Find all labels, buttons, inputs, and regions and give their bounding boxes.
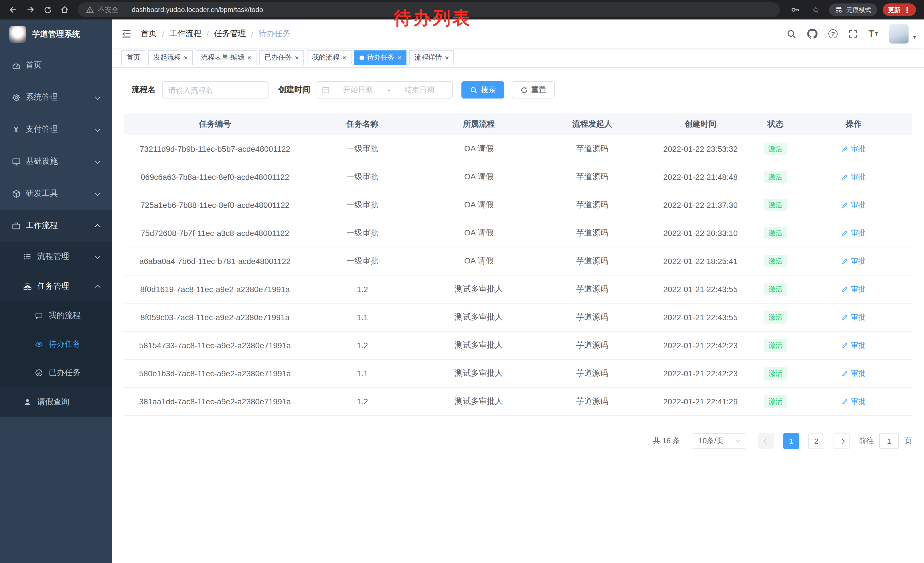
approve-button[interactable]: 审批 (842, 144, 866, 154)
table-row: a6aba0a4-7b6d-11ec-b781-acde48001122 一级审… (124, 248, 912, 275)
cell-starter: 芋道源码 (539, 360, 645, 387)
more-vert-icon[interactable]: ⋮ (903, 6, 911, 14)
address-bar[interactable]: 不安全 dashboard.yudao.iocoder.cn/bpm/task/… (78, 2, 780, 17)
font-size-icon[interactable]: TT (868, 29, 878, 38)
caret-down-icon[interactable]: ▾ (913, 34, 916, 40)
cell-process: 测试多审批人 (418, 332, 539, 359)
next-page-button[interactable] (834, 433, 850, 449)
list-icon (23, 252, 32, 261)
approve-button[interactable]: 审批 (842, 340, 866, 350)
approve-button[interactable]: 审批 (842, 284, 866, 294)
sidebar-item-label: 支付管理 (26, 124, 58, 135)
app-logo-row[interactable]: 芋道管理系统 (0, 20, 112, 49)
tab-close-icon[interactable]: × (342, 54, 346, 61)
table-row: 580e1b3d-7ac8-11ec-a9e2-a2380e71991a 1.1… (124, 360, 912, 388)
github-icon[interactable] (807, 29, 818, 39)
sidebar-item-todo-tasks[interactable]: 待办任务 (0, 330, 112, 359)
sidebar-item-my-process[interactable]: 我的流程 (0, 301, 112, 330)
sidebar-item-leave-query[interactable]: 请假查询 (0, 387, 112, 417)
tab-label: 发起流程 (153, 53, 181, 62)
tab-start-process[interactable]: 发起流程 × (148, 50, 193, 65)
approve-button[interactable]: 审批 (842, 228, 866, 238)
search-icon[interactable] (787, 29, 796, 39)
password-key-icon[interactable] (788, 2, 802, 17)
start-date-placeholder[interactable]: 开始日期 (330, 85, 386, 95)
cell-starter: 芋道源码 (539, 135, 645, 163)
incognito-badge: 无痕模式 (829, 3, 877, 16)
tab-close-icon[interactable]: × (184, 54, 188, 61)
yen-icon: ¥ (12, 125, 21, 134)
approve-button[interactable]: 审批 (842, 312, 866, 323)
browser-back-button[interactable] (6, 2, 21, 17)
sidebar-item-process-management[interactable]: 流程管理 (0, 242, 112, 272)
sidebar-item-home[interactable]: 首页 (0, 49, 112, 81)
search-button[interactable]: 搜索 (461, 81, 504, 99)
sidebar-item-task-management[interactable]: 任务管理 (0, 272, 112, 301)
chevron-down-icon (95, 126, 100, 131)
table-row: 8f059c03-7ac8-11ec-a9e2-a2380e71991a 1.1… (124, 303, 912, 332)
tab-process-form-edit[interactable]: 流程表单-编辑 × (196, 50, 256, 65)
sidebar-item-payment[interactable]: ¥ 支付管理 (0, 113, 112, 146)
tab-home[interactable]: 首页 (122, 50, 146, 65)
tab-todo-tasks[interactable]: 待办任务 × (354, 50, 406, 65)
prev-page-button[interactable] (758, 433, 774, 449)
tab-my-process[interactable]: 我的流程 × (307, 50, 351, 65)
forward-icon (26, 5, 35, 14)
cell-task-id: 75d72608-7b7f-11ec-a3c8-acde48001122 (124, 219, 306, 247)
browser-update-button[interactable]: 更新 ⋮ (883, 3, 916, 16)
help-icon[interactable]: ? (828, 29, 837, 38)
tab-label: 我的流程 (312, 53, 339, 62)
approve-button[interactable]: 审批 (842, 396, 866, 407)
end-date-placeholder[interactable]: 结束日期 (391, 85, 448, 95)
tab-process-detail[interactable]: 流程详情 × (410, 50, 454, 65)
fullscreen-icon[interactable] (848, 29, 858, 38)
cell-process: 测试多审批人 (418, 388, 539, 415)
tab-done-tasks[interactable]: 已办任务 × (260, 50, 304, 65)
approve-button[interactable]: 审批 (842, 200, 866, 210)
breadcrumb-item-task-management[interactable]: 任务管理 (214, 29, 246, 39)
browser-reload-button[interactable] (40, 2, 55, 17)
cell-task-id: 58154733-7ac8-11ec-a9e2-a2380e71991a (124, 332, 306, 359)
cell-task-name: 1.1 (306, 360, 418, 387)
table-row: 381aa1dd-7ac8-11ec-a9e2-a2380e71991a 1.2… (124, 388, 912, 416)
goto-page-input[interactable] (879, 433, 899, 449)
update-label: 更新 (888, 6, 900, 14)
process-name-input[interactable] (163, 82, 268, 98)
sidebar-collapse-button[interactable] (112, 20, 141, 48)
url-text: dashboard.yudao.iocoder.cn/bpm/task/todo (132, 6, 263, 14)
bookmark-star-icon[interactable]: ☆ (808, 2, 823, 17)
sidebar-item-system[interactable]: 系统管理 (0, 81, 112, 113)
chevron-right-icon (839, 438, 844, 444)
sidebar-item-devtools[interactable]: 研发工具 (0, 177, 112, 210)
cell-task-id: 8f0d1619-7ac8-11ec-a9e2-a2380e71991a (124, 275, 306, 303)
sidebar-item-done-tasks[interactable]: 已办任务 (0, 359, 112, 387)
date-range-picker[interactable]: 开始日期 - 结束日期 (316, 81, 453, 99)
cell-created: 2022-01-22 21:37:30 (645, 191, 756, 219)
sidebar-item-workflow[interactable]: 工作流程 (0, 210, 112, 242)
approve-button[interactable]: 审批 (842, 368, 866, 378)
cell-task-name: 一级审批 (306, 248, 418, 275)
page-1-button[interactable]: 1 (783, 433, 799, 449)
sidebar: 芋道管理系统 首页 系统管理 ¥ 支付管理 基础设施 (0, 20, 112, 563)
breadcrumb-item-home[interactable]: 首页 (141, 29, 157, 39)
breadcrumb-item-workflow[interactable]: 工作流程 (170, 29, 201, 39)
sidebar-item-infrastructure[interactable]: 基础设施 (0, 146, 112, 177)
breadcrumb-separator: / (207, 29, 209, 38)
cell-task-id: 725a1eb6-7b88-11ec-8ef0-acde48001122 (124, 191, 306, 219)
breadcrumb-item-current: 待办任务 (258, 29, 291, 39)
tab-close-icon[interactable]: × (295, 54, 299, 61)
tab-close-icon[interactable]: × (248, 54, 251, 61)
tab-close-icon[interactable]: × (397, 54, 401, 61)
status-badge: 激活 (764, 255, 787, 267)
approve-button[interactable]: 审批 (842, 256, 866, 266)
browser-forward-button[interactable] (23, 2, 38, 17)
tab-close-icon[interactable]: × (445, 54, 449, 61)
reset-button[interactable]: 重置 (512, 81, 555, 99)
approve-button[interactable]: 审批 (842, 172, 866, 182)
edit-pen-icon (842, 201, 848, 209)
avatar[interactable] (889, 24, 909, 44)
page-2-button[interactable]: 2 (808, 433, 824, 449)
edit-pen-icon (842, 370, 848, 377)
page-size-select[interactable]: 10条/页 (693, 433, 746, 449)
browser-home-button[interactable] (57, 2, 72, 17)
